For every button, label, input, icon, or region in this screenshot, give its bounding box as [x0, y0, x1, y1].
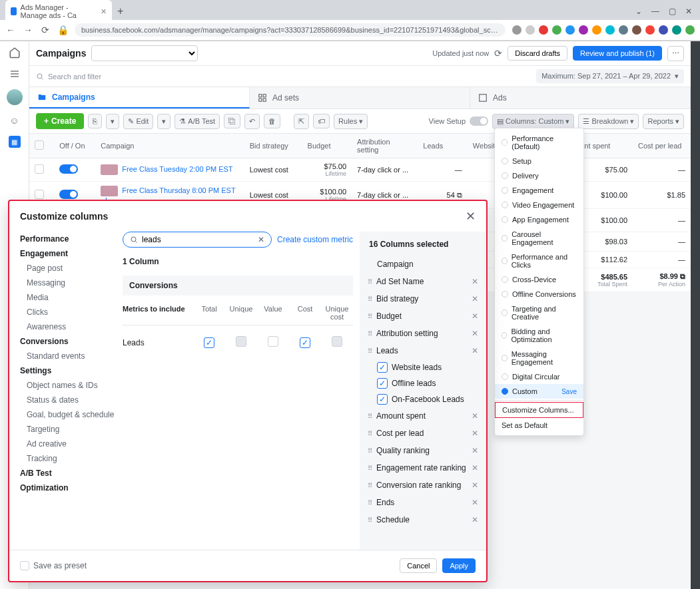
window-close-icon[interactable]: ✕ — [685, 7, 692, 16]
share-icon[interactable] — [512, 25, 522, 35]
status-toggle[interactable] — [59, 190, 78, 199]
cat-clicks[interactable]: Clicks — [20, 305, 116, 319]
col-cpl[interactable]: Cost per lead — [633, 134, 691, 158]
selected-column[interactable]: ⠿Amount spent✕ — [365, 407, 481, 425]
duplicate-dropdown[interactable]: ▾ — [106, 114, 119, 129]
columns-preset[interactable]: Delivery — [495, 168, 583, 183]
col-campaign[interactable]: Campaign — [95, 134, 244, 158]
selected-column[interactable]: ⠿Bid strategy✕ — [365, 290, 481, 307]
account-avatar-icon[interactable] — [7, 89, 23, 105]
remove-column-icon[interactable]: ✕ — [472, 498, 478, 507]
columns-preset[interactable]: Performance (Default) — [495, 131, 583, 154]
drag-handle-icon[interactable]: ⠿ — [368, 347, 372, 355]
cat-page-post[interactable]: Page post — [20, 261, 116, 276]
emoji-icon[interactable]: ☺ — [9, 114, 21, 126]
col-bid[interactable]: Bid strategy — [244, 134, 302, 158]
create-button[interactable]: +Create — [36, 113, 84, 129]
metric-search-field[interactable] — [142, 235, 254, 244]
selected-sub-column[interactable]: ✓Offline leads — [365, 375, 481, 391]
tab-campaigns[interactable]: Campaigns — [29, 87, 250, 108]
remove-column-icon[interactable]: ✕ — [472, 463, 478, 473]
remove-column-icon[interactable]: ✕ — [472, 429, 478, 438]
remove-column-icon[interactable]: ✕ — [472, 515, 478, 524]
selected-column[interactable]: Campaign — [365, 256, 481, 273]
refresh-icon[interactable]: ⟳ — [494, 48, 502, 59]
row-checkbox[interactable] — [35, 164, 44, 174]
rules-button[interactable]: Rules▾ — [334, 114, 368, 129]
save-preset-link[interactable]: Save — [561, 388, 577, 395]
ext-icon[interactable] — [565, 25, 575, 35]
clear-search-icon[interactable]: ✕ — [258, 235, 264, 244]
duplicate-button[interactable]: ⎘ — [88, 114, 102, 128]
edit-dropdown[interactable]: ▾ — [157, 114, 171, 129]
new-tab-button[interactable]: + — [112, 5, 129, 17]
tag-button[interactable]: 🏷 — [313, 114, 330, 128]
nav-reload-icon[interactable]: ⟳ — [40, 25, 51, 35]
tab-close-icon[interactable]: ✕ — [101, 7, 107, 16]
breakdown-button[interactable]: ☰Breakdown▾ — [578, 114, 639, 129]
col-leads[interactable]: Leads — [418, 134, 467, 158]
ext-icon[interactable] — [552, 25, 561, 35]
drag-handle-icon[interactable]: ⠿ — [368, 278, 372, 286]
selected-column[interactable]: ⠿Schedule✕ — [365, 511, 481, 528]
cat-settings[interactable]: Settings — [20, 363, 116, 378]
columns-preset[interactable]: Carousel Engagement — [495, 227, 583, 250]
export-button[interactable]: ⇱ — [294, 114, 309, 129]
ext-icon[interactable] — [592, 25, 601, 35]
leads-total-checkbox[interactable]: ✓ — [204, 337, 214, 348]
cat-messaging[interactable]: Messaging — [20, 276, 116, 290]
selected-column[interactable]: ⠿Conversion rate ranking✕ — [365, 477, 481, 494]
metric-search-input[interactable]: ✕ — [123, 232, 272, 248]
ext-icon[interactable] — [605, 25, 615, 35]
sub-checkbox[interactable]: ✓ — [377, 394, 388, 405]
selected-column[interactable]: ⠿Engagement rate ranking✕ — [365, 459, 481, 477]
customize-columns-action[interactable]: Customize Columns... — [495, 402, 583, 418]
home-icon[interactable] — [9, 47, 21, 59]
window-minimize-icon[interactable]: — — [651, 7, 659, 16]
cat-goal-budget[interactable]: Goal, budget & schedule — [20, 407, 116, 422]
remove-column-icon[interactable]: ✕ — [472, 329, 478, 338]
reports-button[interactable]: Reports▾ — [643, 114, 684, 129]
columns-preset[interactable]: Digital Circular — [495, 369, 583, 384]
cat-ad-creative[interactable]: Ad creative — [20, 437, 116, 451]
columns-preset[interactable]: Messaging Engagement — [495, 347, 583, 369]
cat-performance[interactable]: Performance — [20, 232, 116, 246]
account-select[interactable] — [91, 45, 198, 61]
cat-media[interactable]: Media — [20, 290, 116, 305]
cat-targeting[interactable]: Targeting — [20, 422, 116, 437]
col-attr[interactable]: Attribution setting — [352, 134, 418, 158]
selected-sub-column[interactable]: ✓On-Facebook Leads — [365, 391, 481, 407]
columns-preset[interactable]: Setup — [495, 154, 583, 168]
ext-icon[interactable] — [659, 25, 668, 35]
delete-button[interactable]: 🗑 — [264, 114, 280, 128]
selected-column[interactable]: ⠿Quality ranking✕ — [365, 442, 481, 459]
row-checkbox[interactable] — [35, 190, 44, 199]
cat-abtest[interactable]: A/B Test — [20, 466, 116, 481]
sub-checkbox[interactable]: ✓ — [377, 378, 388, 389]
selected-column[interactable]: ⠿Ad Set Name✕ — [365, 273, 481, 290]
modal-close-icon[interactable]: ✕ — [466, 209, 476, 224]
status-toggle[interactable] — [59, 164, 78, 174]
columns-preset[interactable]: Offline Conversions — [495, 287, 583, 301]
copy-button[interactable]: ⿻ — [224, 114, 240, 128]
review-publish-button[interactable]: Review and publish (1) — [573, 46, 662, 61]
cat-conversions[interactable]: Conversions — [20, 334, 116, 349]
window-dropdown-icon[interactable]: ⌄ — [635, 7, 642, 16]
cat-awareness[interactable]: Awareness — [20, 319, 116, 334]
set-default-action[interactable]: Set as Default — [495, 418, 583, 433]
apply-button[interactable]: Apply — [442, 558, 476, 573]
columns-preset[interactable]: Targeting and Creative — [495, 301, 583, 324]
columns-preset[interactable]: Bidding and Optimization — [495, 324, 583, 347]
ext-icon[interactable] — [579, 25, 588, 35]
calendar-icon[interactable]: ▦ — [9, 136, 21, 148]
remove-column-icon[interactable]: ✕ — [472, 346, 478, 355]
remove-column-icon[interactable]: ✕ — [472, 311, 478, 321]
cat-status-dates[interactable]: Status & dates — [20, 393, 116, 407]
selected-sub-column[interactable]: ✓Website leads — [365, 359, 481, 375]
profile-avatar-icon[interactable] — [685, 25, 695, 35]
drag-handle-icon[interactable]: ⠿ — [368, 313, 372, 320]
cat-standard-events[interactable]: Standard events — [20, 349, 116, 363]
drag-handle-icon[interactable]: ⠿ — [368, 295, 372, 303]
undo-button[interactable]: ↶ — [244, 114, 260, 129]
ext-icon[interactable] — [632, 25, 641, 35]
